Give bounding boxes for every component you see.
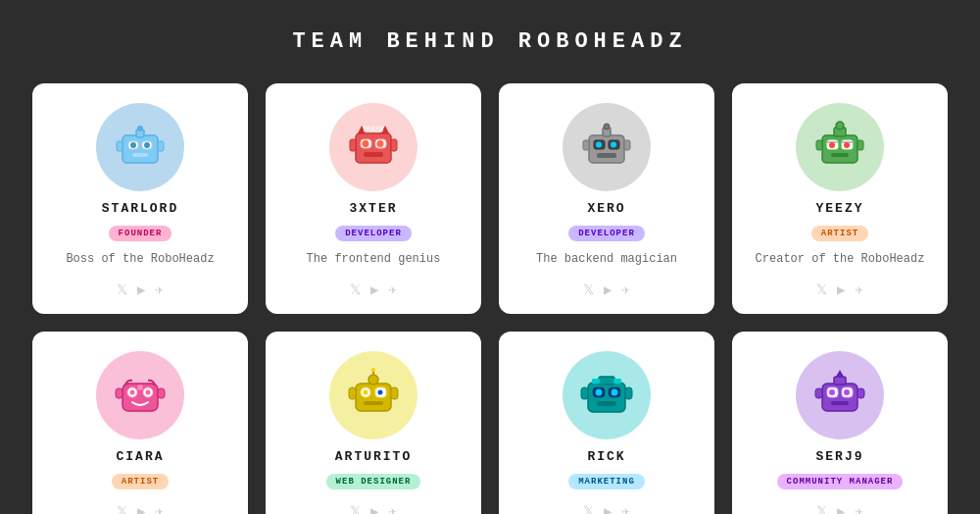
telegram-icon-yeezy[interactable]: ✈ <box>856 282 863 298</box>
svg-rect-62 <box>588 383 625 412</box>
member-name-ciara: CIARA <box>116 449 164 464</box>
twitter-icon-yeezy[interactable]: 𝕏 <box>816 282 827 298</box>
svg-rect-15 <box>364 152 383 157</box>
youtube-icon-3xter[interactable]: ▶ <box>370 282 378 298</box>
card-3xter: DRAXR 3XTER DEVELOPER The frontend geniu… <box>266 83 481 314</box>
twitter-icon-ciara[interactable]: 𝕏 <box>117 503 127 514</box>
youtube-icon-starlord[interactable]: ▶ <box>137 282 145 298</box>
svg-rect-73 <box>822 384 858 411</box>
svg-rect-67 <box>597 401 616 406</box>
telegram-icon-arturito[interactable]: ✈ <box>389 503 397 514</box>
telegram-icon-rick[interactable]: ✈ <box>622 503 630 514</box>
svg-text:DRAXR: DRAXR <box>363 126 384 133</box>
svg-rect-8 <box>117 141 122 151</box>
member-desc-xero: The backend magician <box>536 251 677 268</box>
telegram-icon-xero[interactable]: ✈ <box>622 282 630 298</box>
svg-rect-78 <box>831 401 849 405</box>
svg-point-54 <box>364 389 368 394</box>
youtube-icon-rick[interactable]: ▶ <box>604 503 612 514</box>
role-badge-3xter: DEVELOPER <box>335 226 412 241</box>
youtube-icon-xero[interactable]: ▶ <box>604 282 612 298</box>
role-badge-yeezy: ARTIST <box>811 226 868 241</box>
svg-point-40 <box>836 122 844 129</box>
svg-rect-10 <box>356 133 391 163</box>
social-icons-xero: 𝕏 ▶ ✈ <box>583 282 630 298</box>
youtube-icon-arturito[interactable]: ▶ <box>370 503 378 514</box>
svg-point-14 <box>377 140 384 147</box>
member-desc-yeezy: Creator of the RoboHeadz <box>756 251 925 268</box>
telegram-icon-starlord[interactable]: ✈ <box>156 282 164 298</box>
avatar-starlord <box>96 103 184 191</box>
avatar-3xter: DRAXR <box>329 103 417 191</box>
svg-point-66 <box>612 388 618 395</box>
twitter-icon-3xter[interactable]: 𝕏 <box>350 282 361 298</box>
svg-rect-38 <box>831 153 849 157</box>
twitter-icon-xero[interactable]: 𝕏 <box>583 282 594 298</box>
svg-point-48 <box>137 385 143 390</box>
svg-rect-49 <box>116 388 122 398</box>
telegram-icon-serj9[interactable]: ✈ <box>856 503 863 514</box>
svg-marker-80 <box>836 370 844 377</box>
svg-rect-70 <box>613 379 621 384</box>
youtube-icon-yeezy[interactable]: ▶ <box>837 282 845 298</box>
svg-rect-79 <box>834 377 846 385</box>
svg-rect-5 <box>132 153 148 157</box>
role-badge-serj9: COMMUNITY MANAGER <box>777 474 904 489</box>
svg-rect-0 <box>122 135 158 163</box>
svg-rect-26 <box>597 153 616 158</box>
youtube-icon-serj9[interactable]: ▶ <box>837 503 845 514</box>
youtube-icon-ciara[interactable]: ▶ <box>137 503 145 514</box>
card-serj9: SERJ9 COMMUNITY MANAGER 𝕏 ▶ ✈ <box>732 332 948 514</box>
card-ciara: CIARA ARTIST 𝕏 ▶ ✈ <box>32 332 248 514</box>
svg-point-4 <box>144 142 150 148</box>
card-arturito: ARTURITO WEB DESIGNER 𝕏 ▶ ✈ <box>266 332 481 514</box>
svg-rect-56 <box>364 401 383 405</box>
twitter-icon-arturito[interactable]: 𝕏 <box>350 503 361 514</box>
svg-point-24 <box>596 142 602 148</box>
member-desc-starlord: Boss of the RoboHeadz <box>66 251 214 268</box>
svg-rect-68 <box>599 377 614 385</box>
social-icons-arturito: 𝕏 ▶ ✈ <box>350 503 397 514</box>
twitter-icon-serj9[interactable]: 𝕏 <box>816 503 827 514</box>
twitter-icon-rick[interactable]: 𝕏 <box>583 503 594 514</box>
social-icons-starlord: 𝕏 ▶ ✈ <box>117 282 164 298</box>
svg-point-28 <box>604 124 610 129</box>
role-badge-xero: DEVELOPER <box>568 226 645 241</box>
svg-point-25 <box>611 142 616 148</box>
telegram-icon-ciara[interactable]: ✈ <box>156 503 164 514</box>
member-desc-3xter: The frontend genius <box>307 251 441 268</box>
avatar-yeezy <box>796 103 884 191</box>
svg-point-47 <box>146 389 151 394</box>
role-badge-starlord: FOUNDER <box>109 226 172 241</box>
page-title: TEAM BEHIND ROBOHEADZ <box>292 29 687 54</box>
svg-rect-30 <box>624 140 630 150</box>
card-yeezy: YEEZY ARTIST Creator of the RoboHeadz 𝕏 … <box>732 83 948 314</box>
svg-rect-60 <box>349 387 356 399</box>
member-name-starlord: STARLORD <box>102 201 178 216</box>
svg-point-13 <box>363 140 369 147</box>
svg-rect-50 <box>158 388 165 398</box>
member-name-rick: RICK <box>587 449 625 464</box>
svg-rect-18 <box>350 139 356 151</box>
avatar-ciara <box>96 351 184 439</box>
role-badge-arturito: WEB DESIGNER <box>326 474 421 489</box>
svg-point-76 <box>829 389 835 395</box>
svg-rect-61 <box>391 387 398 399</box>
card-rick: RICK MARKETING 𝕏 ▶ ✈ <box>499 332 714 514</box>
avatar-rick <box>563 351 651 439</box>
svg-point-55 <box>378 389 383 394</box>
avatar-serj9 <box>796 351 884 439</box>
card-xero: XERO DEVELOPER The backend magician 𝕏 ▶ … <box>499 83 714 314</box>
telegram-icon-3xter[interactable]: ✈ <box>389 282 397 298</box>
svg-rect-72 <box>625 387 632 399</box>
svg-rect-41 <box>816 140 822 150</box>
avatar-arturito <box>329 351 417 439</box>
twitter-icon-starlord[interactable]: 𝕏 <box>117 282 127 298</box>
svg-rect-69 <box>592 379 600 384</box>
member-name-yeezy: YEEZY <box>815 201 863 216</box>
avatar-xero <box>563 103 651 191</box>
member-name-xero: XERO <box>587 201 625 216</box>
member-name-serj9: SERJ9 <box>815 449 863 464</box>
role-badge-rick: MARKETING <box>568 474 645 489</box>
svg-rect-29 <box>583 140 589 150</box>
